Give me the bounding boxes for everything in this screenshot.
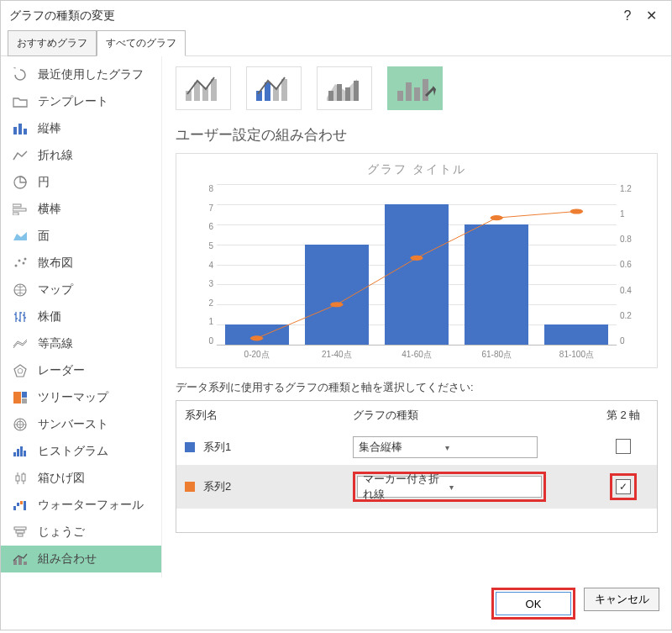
svg-marker-13 — [18, 368, 23, 373]
svg-rect-20 — [17, 449, 19, 456]
tab-bar: おすすめグラフ すべてのグラフ — [1, 30, 671, 56]
combo-thumb-2[interactable] — [246, 66, 302, 110]
svg-marker-12 — [14, 365, 26, 377]
chevron-down-icon: ▾ — [449, 483, 536, 492]
svg-rect-4 — [13, 204, 21, 207]
bar-chart-icon — [11, 201, 29, 218]
boxwhisker-chart-icon — [11, 470, 29, 487]
sidebar-item-label: レーダー — [38, 363, 85, 378]
sidebar-item-waterfall[interactable]: ウォーターフォール — [1, 492, 161, 519]
svg-rect-15 — [22, 392, 27, 398]
series-name: 系列2 — [203, 479, 231, 494]
svg-rect-34 — [24, 562, 27, 565]
svg-rect-6 — [13, 213, 18, 215]
sidebar-item-bar[interactable]: 横棒 — [1, 196, 161, 223]
svg-rect-47 — [397, 91, 403, 101]
svg-point-54 — [491, 215, 503, 220]
sidebar-item-label: テンプレート — [38, 94, 108, 109]
sidebar-item-column[interactable]: 縦棒 — [1, 115, 161, 142]
svg-rect-30 — [16, 530, 24, 533]
ok-button[interactable]: OK — [496, 592, 571, 615]
area-chart-icon — [11, 228, 29, 245]
sidebar-item-label: 箱ひげ図 — [38, 471, 85, 486]
waterfall-chart-icon — [11, 497, 29, 514]
pie-chart-icon — [11, 174, 29, 191]
sidebar-item-combo[interactable]: 組み合わせ — [1, 546, 161, 572]
svg-rect-22 — [24, 451, 26, 456]
plot-area — [217, 184, 617, 346]
svg-rect-45 — [345, 87, 350, 101]
tab-recommended[interactable]: おすすめグラフ — [8, 30, 97, 56]
titlebar: グラフの種類の変更 ? ✕ — [1, 1, 671, 30]
sidebar-item-surface[interactable]: 等高線 — [1, 330, 161, 357]
dialog-footer: OK キャンセル — [1, 578, 671, 630]
sidebar-item-label: 面 — [38, 229, 50, 244]
svg-point-51 — [250, 335, 263, 340]
sidebar-item-label: 縦棒 — [38, 121, 61, 136]
svg-rect-50 — [423, 79, 428, 101]
series-swatch — [185, 482, 195, 492]
sidebar-item-map[interactable]: マップ — [1, 277, 161, 303]
sidebar-item-pie[interactable]: 円 — [1, 169, 161, 196]
svg-rect-43 — [328, 91, 333, 101]
sunburst-chart-icon — [11, 416, 29, 433]
combo-thumb-1[interactable] — [176, 66, 231, 110]
sidebar-item-stock[interactable]: 株価 — [1, 303, 161, 330]
sidebar-item-line[interactable]: 折れ線 — [1, 142, 161, 169]
table-row: 系列2 マーカー付き折れ線▾ ✓ — [176, 465, 657, 509]
sidebar-item-label: 折れ線 — [38, 148, 73, 163]
svg-rect-44 — [337, 84, 342, 101]
sidebar-item-sunburst[interactable]: サンバースト — [1, 411, 161, 438]
sidebar-item-area[interactable]: 面 — [1, 223, 161, 250]
column-chart-icon — [11, 120, 29, 137]
table-row: 系列1 集合縦棒▾ — [176, 430, 657, 465]
svg-rect-2 — [24, 129, 27, 135]
svg-rect-25 — [13, 506, 16, 510]
sidebar-item-funnel[interactable]: じょうご — [1, 519, 161, 546]
cancel-button[interactable]: キャンセル — [584, 588, 659, 611]
svg-rect-21 — [20, 446, 23, 456]
svg-point-55 — [570, 208, 583, 214]
col-header-name: 系列名 — [185, 408, 353, 423]
combo-thumb-custom[interactable] — [387, 66, 443, 110]
change-chart-type-dialog: グラフの種類の変更 ? ✕ おすすめグラフ すべてのグラフ 最近使用したグラフ … — [0, 0, 672, 630]
sidebar-item-template[interactable]: テンプレート — [1, 88, 161, 115]
combo-thumb-3[interactable] — [317, 66, 372, 110]
tab-all[interactable]: すべてのグラフ — [97, 30, 186, 56]
sidebar-item-histogram[interactable]: ヒストグラム — [1, 438, 161, 465]
chart-title: グラフ タイトル — [188, 162, 645, 177]
radar-chart-icon — [11, 362, 29, 379]
sidebar-item-label: 組み合わせ — [38, 551, 97, 567]
sidebar-item-scatter[interactable]: 散布図 — [1, 250, 161, 277]
main-panel: ユーザー設定の組み合わせ グラフ タイトル 876543210 1.210.80… — [162, 56, 671, 578]
sidebar-item-treemap[interactable]: ツリーマップ — [1, 384, 161, 411]
scatter-chart-icon — [11, 255, 29, 272]
sidebar-item-radar[interactable]: レーダー — [1, 357, 161, 384]
svg-point-8 — [18, 260, 21, 262]
sidebar-item-label: 株価 — [38, 309, 61, 324]
svg-rect-1 — [18, 124, 22, 135]
surface-chart-icon — [11, 335, 29, 352]
help-button[interactable]: ? — [616, 8, 639, 24]
chart-type-select-2[interactable]: マーカー付き折れ線▾ — [357, 476, 542, 498]
sidebar-item-label: マップ — [38, 282, 73, 298]
col-header-type: グラフの種類 — [353, 408, 598, 423]
histogram-chart-icon — [11, 443, 29, 460]
svg-rect-29 — [14, 527, 26, 530]
secondary-axis-checkbox-2[interactable]: ✓ — [616, 479, 631, 494]
recent-icon — [11, 66, 29, 83]
sidebar-item-recent[interactable]: 最近使用したグラフ — [1, 61, 161, 88]
line-markers — [217, 184, 617, 345]
secondary-axis-checkbox-1[interactable] — [616, 439, 631, 454]
close-button[interactable]: ✕ — [639, 8, 663, 24]
sidebar-item-label: じょうご — [38, 525, 85, 540]
col-header-axis: 第 2 軸 — [598, 408, 648, 423]
sidebar-item-boxwhisker[interactable]: 箱ひげ図 — [1, 465, 161, 492]
x-axis: 0-20点21-40点41-60点61-80点81-100点 — [217, 349, 617, 361]
chart-type-select-1[interactable]: 集合縦棒▾ — [353, 436, 538, 458]
svg-rect-19 — [13, 452, 16, 456]
svg-rect-0 — [13, 127, 17, 135]
series-hint: データ系列に使用するグラフの種類と軸を選択してください: — [176, 380, 658, 395]
chart-type-sidebar: 最近使用したグラフ テンプレート 縦棒 折れ線 円 横棒 面 散布図 マップ 株… — [1, 56, 162, 578]
svg-point-52 — [330, 302, 343, 307]
